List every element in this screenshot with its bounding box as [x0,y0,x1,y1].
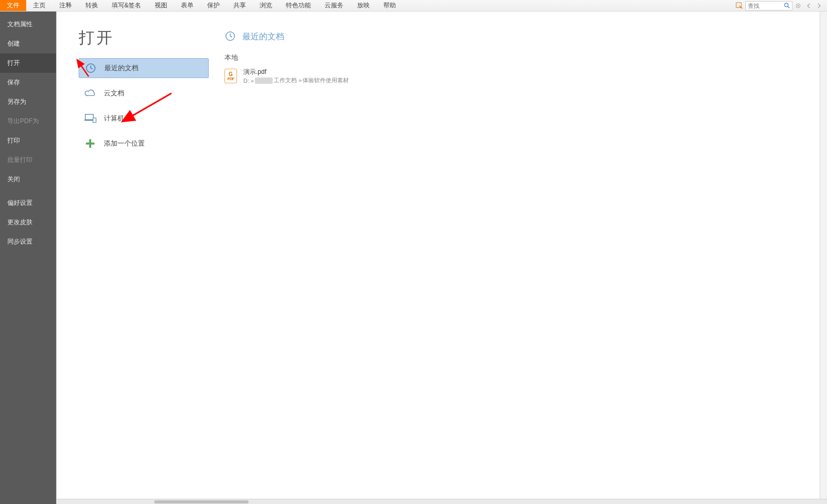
page-title: 打开 [79,27,209,49]
sidebar-item-print[interactable]: 打印 [0,131,56,150]
nav-prev-icon[interactable] [804,1,813,10]
menu-share[interactable]: 共享 [227,0,253,11]
menu-cloud[interactable]: 云服务 [318,0,350,11]
sidebar-item-create[interactable]: 创建 [0,34,56,53]
sidebar-item-preferences[interactable]: 偏好设置 [0,193,56,213]
menu-form[interactable]: 表单 [174,0,200,11]
file-sidebar: 文档属性 创建 打开 保存 另存为 导出PDF为 打印 批量打印 关闭 偏好设置… [0,12,56,504]
location-computer[interactable]: 计算机 [79,108,209,128]
recent-file-row[interactable]: G PDF 演示.pdf D: » xxxx 工作文档 » 体验软件使用素材 [224,65,826,86]
add-icon [84,137,96,150]
menu-file[interactable]: 文件 [0,0,26,11]
menu-fill-sign[interactable]: 填写&签名 [105,0,148,11]
svg-line-8 [91,68,93,69]
svg-line-3 [788,6,789,8]
menu-present[interactable]: 放映 [350,0,377,11]
sidebar-item-open[interactable]: 打开 [0,53,56,73]
recent-file-name: 演示.pdf [243,68,349,76]
sidebar-item-save[interactable]: 保存 [0,73,56,92]
svg-line-1 [739,6,742,8]
location-add[interactable]: 添加一个位置 [79,134,209,154]
sidebar-item-close[interactable]: 关闭 [0,170,56,189]
sidebar-item-sync[interactable]: 同步设置 [0,232,56,251]
sidebar-item-batchprint: 批量打印 [0,150,56,170]
location-recent[interactable]: 最近的文档 [79,58,209,78]
recent-file-path: D: » xxxx 工作文档 » 体验软件使用素材 [243,76,349,84]
location-add-label: 添加一个位置 [104,139,145,148]
location-computer-label: 计算机 [104,114,124,123]
menu-home[interactable]: 主页 [26,0,52,11]
search-go-icon[interactable] [782,1,792,10]
cloud-icon [84,87,96,100]
search-box[interactable] [745,1,792,10]
location-cloud[interactable]: 云文档 [79,83,209,103]
menu-features[interactable]: 特色功能 [279,0,318,11]
clock-icon [224,30,236,43]
sidebar-item-skin[interactable]: 更改皮肤 [0,213,56,232]
recent-docs-column: 最近的文档 本地 G PDF 演示.pdf D: » xxxx 工作文档 » 体… [209,12,827,504]
location-cloud-label: 云文档 [104,89,124,98]
svg-line-16 [230,36,232,37]
menu-view[interactable]: 视图 [148,0,174,11]
pdf-file-icon: G PDF [224,69,237,83]
recent-section-local: 本地 [224,53,826,62]
sidebar-item-saveas[interactable]: 另存为 [0,92,56,112]
clock-icon [84,62,97,74]
menu-protect[interactable]: 保护 [200,0,227,11]
recent-header-title: 最近的文档 [242,31,284,42]
search-input[interactable] [746,3,782,9]
find-tool-icon[interactable] [735,1,744,10]
menu-convert[interactable]: 转换 [79,0,105,11]
menu-help[interactable]: 帮助 [377,0,403,11]
location-recent-label: 最近的文档 [104,63,138,73]
topbar-right-tools [735,0,827,11]
sidebar-item-export: 导出PDF为 [0,112,56,131]
nav-next-icon[interactable] [814,1,824,10]
svg-rect-9 [85,114,93,119]
vertical-scrollbar[interactable] [820,12,827,499]
open-panel: 打开 最近的文档 云文档 [56,12,827,504]
computer-icon [84,112,96,125]
svg-point-2 [785,3,788,7]
svg-point-5 [798,5,799,6]
sidebar-item-properties[interactable]: 文档属性 [0,15,56,34]
top-menu-bar: 文件 主页 注释 转换 填写&签名 视图 表单 保护 共享 浏览 特色功能 云服… [0,0,827,12]
settings-gear-icon[interactable] [793,1,803,10]
open-locations-column: 打开 最近的文档 云文档 [57,12,209,504]
svg-rect-11 [93,118,96,123]
menu-annotate[interactable]: 注释 [52,0,79,11]
menu-browse[interactable]: 浏览 [253,0,279,11]
horizontal-scrollbar[interactable] [57,499,827,504]
